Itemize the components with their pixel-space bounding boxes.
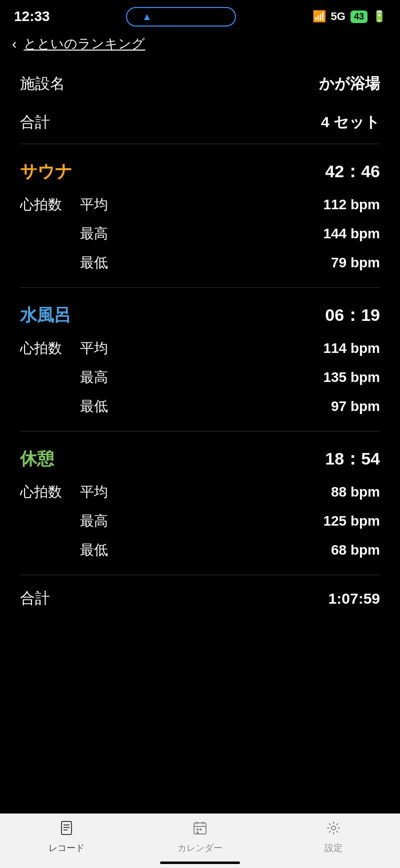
sauna-avg-label: 平均	[80, 195, 145, 214]
water-section: 水風呂 06：19 心拍数 平均 114 bpm 最高 135 bpm 最低 9…	[20, 290, 380, 429]
nav-bar: ‹ とといのランキング	[0, 30, 400, 60]
water-max-label: 最高	[80, 368, 145, 387]
rest-max-label: 最高	[80, 512, 145, 531]
divider-3	[20, 431, 380, 431]
svg-rect-9	[200, 828, 202, 830]
rest-max-value: 125 bpm	[323, 513, 380, 529]
divider-4	[20, 575, 380, 575]
navigation-arrow-icon: ▲	[142, 11, 152, 23]
water-hr-label: 心拍数	[20, 339, 80, 358]
rest-avg-value: 88 bpm	[331, 484, 380, 500]
total-sets-label: 合計	[20, 112, 50, 133]
tab-record-label: レコード	[48, 842, 84, 854]
tab-record[interactable]: レコード	[0, 820, 134, 854]
calendar-icon	[192, 820, 208, 840]
network-type: 5G	[331, 10, 346, 23]
total-time-row: 合計 1:07:59	[20, 577, 380, 614]
sauna-min-label: 最低	[80, 253, 145, 272]
svg-rect-8	[196, 828, 198, 830]
sauna-header-row: サウナ 42：46	[20, 151, 380, 188]
rest-header-row: 休憩 18：54	[20, 439, 380, 476]
facility-name-value: かが浴場	[319, 74, 380, 94]
rest-label: 休憩	[20, 448, 54, 471]
rest-section: 休憩 18：54 心拍数 平均 88 bpm 最高 125 bpm 最低 68 …	[20, 433, 380, 573]
facility-name-row: 施設名 かが浴場	[20, 65, 380, 103]
sauna-max-label: 最高	[80, 224, 145, 243]
divider-2	[20, 287, 380, 288]
water-label: 水風呂	[20, 304, 71, 327]
total-sets-value: 4 セット	[321, 112, 380, 133]
content-area: 施設名 かが浴場 合計 4 セット サウナ 42：46 心拍数 平均 112 b…	[0, 60, 400, 684]
status-center-pill: ▲	[126, 7, 236, 27]
sauna-time: 42：46	[325, 160, 380, 183]
water-time: 06：19	[325, 304, 380, 327]
water-min-label: 最低	[80, 397, 145, 416]
tab-settings[interactable]: 設定	[266, 820, 400, 854]
water-avg-row: 心拍数 平均 114 bpm	[20, 334, 380, 363]
rest-max-row: 最高 125 bpm	[20, 507, 380, 536]
tab-calendar-label: カレンダー	[178, 842, 222, 854]
back-button[interactable]: ‹	[12, 36, 16, 52]
sauna-hr-label: 心拍数	[20, 195, 80, 214]
signal-icon: 📶	[312, 10, 326, 23]
home-indicator	[160, 861, 240, 864]
settings-icon	[326, 820, 342, 840]
rest-time: 18：54	[325, 448, 380, 471]
sauna-section: サウナ 42：46 心拍数 平均 112 bpm 最高 144 bpm 最低 7…	[20, 146, 380, 285]
water-max-value: 135 bpm	[323, 369, 380, 385]
sauna-min-value: 79 bpm	[331, 255, 380, 271]
rest-bpm-group: 心拍数 平均 88 bpm 最高 125 bpm 最低 68 bpm	[20, 476, 380, 571]
rest-min-value: 68 bpm	[331, 542, 380, 558]
status-time: 12:33	[14, 9, 50, 25]
sauna-bpm-group: 心拍数 平均 112 bpm 最高 144 bpm 最低 79 bpm	[20, 188, 380, 283]
water-bpm-group: 心拍数 平均 114 bpm 最高 135 bpm 最低 97 bpm	[20, 332, 380, 427]
rest-avg-row: 心拍数 平均 88 bpm	[20, 478, 380, 507]
water-avg-value: 114 bpm	[323, 340, 380, 356]
water-header-row: 水風呂 06：19	[20, 295, 380, 332]
total-time-value: 1:07:59	[328, 590, 380, 607]
sauna-label: サウナ	[20, 160, 72, 183]
tab-bar: レコード カレンダー 設定	[0, 813, 400, 868]
battery-icon: 🔋	[372, 10, 386, 23]
rest-hr-label: 心拍数	[20, 483, 80, 502]
svg-rect-10	[196, 831, 198, 833]
svg-point-11	[332, 826, 336, 830]
status-right: 📶 5G 43 🔋	[312, 10, 386, 23]
sauna-avg-row: 心拍数 平均 112 bpm	[20, 190, 380, 219]
status-bar: 12:33 ▲ 📶 5G 43 🔋	[0, 0, 400, 30]
water-min-row: 最低 97 bpm	[20, 392, 380, 421]
nav-title[interactable]: とといのランキング	[24, 35, 145, 53]
divider-1	[20, 144, 380, 144]
rest-avg-label: 平均	[80, 483, 145, 502]
facility-name-label: 施設名	[20, 74, 65, 94]
rest-min-row: 最低 68 bpm	[20, 536, 380, 565]
total-sets-row: 合計 4 セット	[20, 103, 380, 142]
sauna-max-value: 144 bpm	[323, 226, 380, 242]
tab-calendar[interactable]: カレンダー	[134, 820, 267, 854]
record-icon	[58, 820, 74, 840]
total-time-label: 合計	[20, 588, 50, 609]
water-max-row: 最高 135 bpm	[20, 363, 380, 392]
sauna-max-row: 最高 144 bpm	[20, 219, 380, 248]
sauna-avg-value: 112 bpm	[323, 197, 380, 213]
battery-badge: 43	[350, 11, 368, 23]
sauna-min-row: 最低 79 bpm	[20, 248, 380, 277]
tab-settings-label: 設定	[324, 842, 342, 854]
rest-min-label: 最低	[80, 541, 145, 560]
water-avg-label: 平均	[80, 339, 145, 358]
water-min-value: 97 bpm	[331, 398, 380, 414]
